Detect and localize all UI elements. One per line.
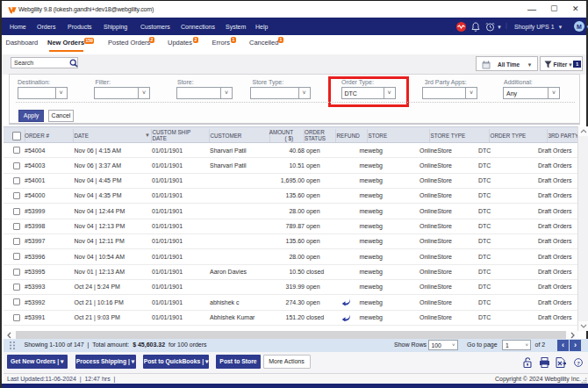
svg-text:?: ? [577, 360, 580, 367]
svg-text:M: M [577, 24, 582, 30]
